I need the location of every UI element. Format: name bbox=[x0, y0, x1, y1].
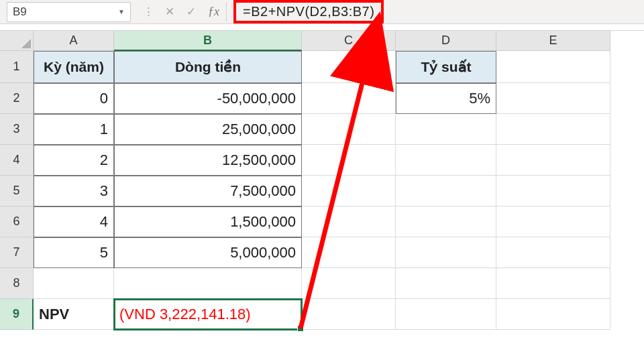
cell-A9[interactable]: NPV bbox=[34, 299, 114, 330]
enter-icon[interactable]: ✓ bbox=[186, 5, 196, 19]
grid-row: 4 2 12,500,000 bbox=[0, 145, 644, 176]
formula-text: =B2+NPV(D2,B3:B7) bbox=[233, 0, 384, 23]
cell-A3[interactable]: 1 bbox=[34, 114, 114, 145]
grid-row: 1 Kỳ (năm) Dòng tiền Tỷ suất bbox=[0, 51, 644, 83]
cell-D9[interactable] bbox=[396, 299, 496, 330]
row-header-9[interactable]: 9 bbox=[0, 299, 34, 330]
cell-B2[interactable]: -50,000,000 bbox=[114, 83, 302, 114]
cell-C6[interactable] bbox=[302, 206, 396, 237]
cell-A4[interactable]: 2 bbox=[34, 145, 114, 176]
grid-row: 3 1 25,000,000 bbox=[0, 114, 644, 145]
row-header-4[interactable]: 4 bbox=[0, 145, 34, 176]
cell-B6[interactable]: 1,500,000 bbox=[114, 206, 302, 237]
cell-A5[interactable]: 3 bbox=[34, 176, 114, 206]
cell-E7[interactable] bbox=[496, 237, 610, 268]
cell-E9[interactable] bbox=[496, 299, 610, 330]
cell-C4[interactable] bbox=[302, 145, 396, 176]
grid-row: 2 0 -50,000,000 5% bbox=[0, 83, 644, 114]
row-header-2[interactable]: 2 bbox=[0, 83, 34, 114]
cell-C1[interactable] bbox=[302, 51, 396, 83]
cell-E6[interactable] bbox=[496, 206, 610, 237]
cell-A8[interactable] bbox=[34, 268, 114, 299]
cell-B9-selected[interactable]: (VND 3,222,141.18) bbox=[114, 299, 302, 330]
row-header-3[interactable]: 3 bbox=[0, 114, 34, 145]
grid-row: 5 3 7,500,000 bbox=[0, 176, 644, 206]
row-header-6[interactable]: 6 bbox=[0, 206, 34, 237]
cell-D2[interactable]: 5% bbox=[396, 83, 496, 114]
cell-D8[interactable] bbox=[396, 268, 496, 299]
cell-C2[interactable] bbox=[302, 83, 396, 114]
cell-B4[interactable]: 12,500,000 bbox=[114, 145, 302, 176]
vertical-dots-icon: ⋮ bbox=[143, 5, 153, 19]
cell-C3[interactable] bbox=[302, 114, 396, 145]
col-header-E[interactable]: E bbox=[496, 31, 610, 51]
chevron-down-icon[interactable]: ▼ bbox=[118, 8, 125, 15]
grid-row: 7 5 5,000,000 bbox=[0, 237, 644, 268]
cell-C9[interactable] bbox=[302, 299, 396, 330]
col-header-B[interactable]: B bbox=[114, 31, 302, 51]
name-box[interactable]: B9 ▼ bbox=[7, 2, 131, 22]
row-header-8[interactable]: 8 bbox=[0, 268, 34, 299]
cell-A2[interactable]: 0 bbox=[34, 83, 114, 114]
cell-E3[interactable] bbox=[496, 114, 610, 145]
cell-D1[interactable]: Tỷ suất bbox=[396, 51, 496, 83]
cell-D3[interactable] bbox=[396, 114, 496, 145]
spacer bbox=[0, 24, 644, 31]
cell-E5[interactable] bbox=[496, 176, 610, 206]
cell-B7[interactable]: 5,000,000 bbox=[114, 237, 302, 268]
fx-icon[interactable]: ƒx bbox=[205, 2, 227, 22]
cell-B8[interactable] bbox=[114, 268, 302, 299]
grid-row: 8 bbox=[0, 268, 644, 299]
cancel-icon[interactable]: ✕ bbox=[165, 5, 174, 19]
col-header-C[interactable]: C bbox=[302, 31, 396, 51]
cell-A7[interactable]: 5 bbox=[34, 237, 114, 268]
cell-D4[interactable] bbox=[396, 145, 496, 176]
cell-C8[interactable] bbox=[302, 268, 396, 299]
cell-A1[interactable]: Kỳ (năm) bbox=[34, 51, 114, 83]
col-header-A[interactable]: A bbox=[34, 31, 114, 51]
cell-C7[interactable] bbox=[302, 237, 396, 268]
cell-E4[interactable] bbox=[496, 145, 610, 176]
cell-D7[interactable] bbox=[396, 237, 496, 268]
cell-B1[interactable]: Dòng tiền bbox=[114, 51, 302, 83]
row-header-5[interactable]: 5 bbox=[0, 176, 34, 206]
cell-D5[interactable] bbox=[396, 176, 496, 206]
row-header-7[interactable]: 7 bbox=[0, 237, 34, 268]
cell-A6[interactable]: 4 bbox=[34, 206, 114, 237]
formula-input-area[interactable]: =B2+NPV(D2,B3:B7) bbox=[227, 2, 644, 22]
column-header-row: A B C D E bbox=[0, 31, 644, 51]
cell-B5[interactable]: 7,500,000 bbox=[114, 176, 302, 206]
cell-D6[interactable] bbox=[396, 206, 496, 237]
cell-E1[interactable] bbox=[496, 51, 610, 83]
cell-C5[interactable] bbox=[302, 176, 396, 206]
cell-B3[interactable]: 25,000,000 bbox=[114, 114, 302, 145]
select-all-corner[interactable] bbox=[0, 31, 34, 51]
formula-bar: B9 ▼ ⋮ ✕ ✓ ƒx =B2+NPV(D2,B3:B7) bbox=[0, 0, 644, 24]
row-header-1[interactable]: 1 bbox=[0, 51, 34, 83]
grid-row: 6 4 1,500,000 bbox=[0, 206, 644, 237]
grid-row: 9 NPV (VND 3,222,141.18) bbox=[0, 299, 644, 330]
col-header-D[interactable]: D bbox=[396, 31, 496, 51]
formula-bar-buttons: ⋮ ✕ ✓ bbox=[133, 5, 205, 19]
cell-E8[interactable] bbox=[496, 268, 610, 299]
name-box-value: B9 bbox=[13, 5, 27, 19]
cell-E2[interactable] bbox=[496, 83, 610, 114]
